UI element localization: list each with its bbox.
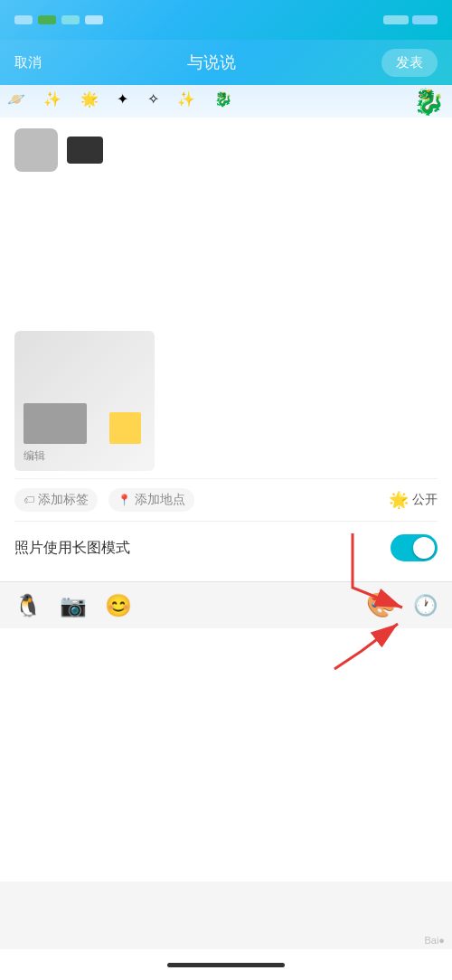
add-location-button[interactable]: 📍 添加地点 (108, 488, 194, 512)
emoji-icon[interactable]: 😊 (105, 593, 132, 618)
toggle-thumb (413, 537, 435, 559)
add-tag-label: 添加标签 (38, 492, 89, 508)
banner-decoration: 🐉 (0, 85, 452, 118)
nav-title: 与说说 (187, 52, 236, 73)
image-preview: 编辑 (14, 331, 155, 471)
status-battery (412, 15, 438, 24)
home-indicator-area (0, 949, 452, 980)
qq-icon[interactable]: 🐧 (14, 593, 42, 618)
long-image-mode-row: 照片使用长图模式 (14, 521, 438, 574)
privacy-button[interactable]: 🌟 公开 (389, 490, 438, 510)
status-signal (14, 15, 33, 24)
footer-area (0, 628, 452, 881)
tag-icon: 🏷 (24, 494, 34, 506)
status-data (85, 15, 103, 24)
status-bar-right (383, 15, 438, 24)
status-battery-placeholder (383, 15, 409, 24)
nav-back-button[interactable]: 取消 (14, 54, 42, 71)
privacy-icon: 🌟 (389, 490, 409, 510)
palette-icon[interactable]: 🎨 (366, 591, 395, 619)
clock-icon[interactable]: 🕐 (413, 594, 438, 617)
long-image-toggle[interactable] (391, 534, 438, 561)
text-input-area[interactable] (14, 179, 438, 324)
status-bar-left (14, 15, 103, 24)
avatar-row (14, 128, 438, 172)
camera-icon[interactable]: 📷 (60, 593, 87, 618)
add-location-label: 添加地点 (135, 492, 185, 508)
image-preview-inner: 编辑 (14, 331, 155, 471)
username-placeholder (67, 137, 103, 164)
image-block-gray (24, 403, 87, 444)
home-indicator (167, 963, 285, 967)
image-text-hint: 编辑 (24, 448, 45, 464)
add-tag-button[interactable]: 🏷 添加标签 (14, 488, 98, 512)
avatar (14, 128, 58, 172)
publish-button[interactable]: 发表 (381, 49, 438, 77)
tags-row: 🏷 添加标签 📍 添加地点 🌟 公开 (14, 478, 438, 521)
status-bar (0, 0, 452, 40)
status-bluetooth (61, 15, 80, 24)
nav-bar: 取消 与说说 发表 (0, 40, 452, 85)
content-area: 编辑 🏷 添加标签 📍 添加地点 🌟 公开 照片使用长图模式 (0, 118, 452, 581)
banner-right-icon: 🐉 (413, 87, 445, 117)
bottom-toolbar: 🐧 📷 😊 🎨 🕐 (0, 581, 452, 628)
back-label[interactable]: 取消 (14, 54, 42, 71)
image-block-yellow (109, 412, 141, 444)
long-image-label: 照片使用长图模式 (14, 539, 130, 558)
watermark: Bai● (424, 935, 445, 946)
location-icon: 📍 (118, 494, 131, 506)
privacy-label: 公开 (412, 492, 438, 508)
status-wifi (38, 15, 56, 24)
